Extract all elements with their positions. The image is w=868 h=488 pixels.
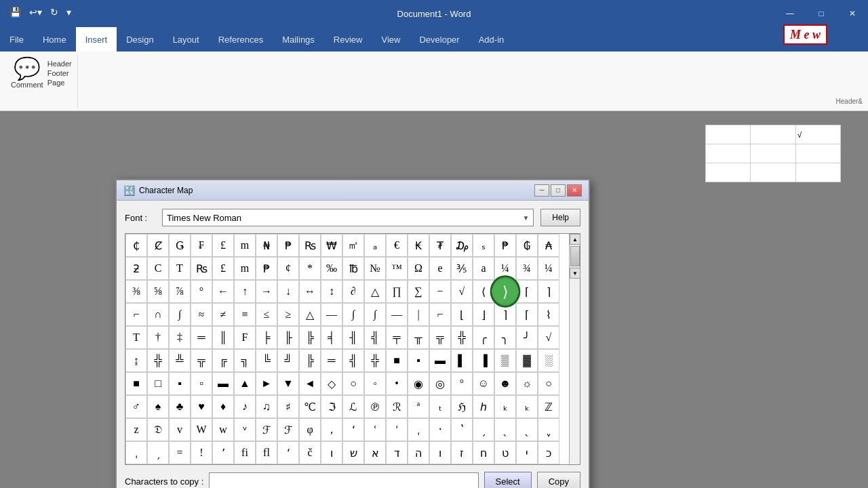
char-cell[interactable]: ⅝ [147,280,169,303]
scrollbar-thumb[interactable] [570,246,580,266]
char-cell[interactable]: ♥ [191,395,212,418]
char-cell[interactable]: □ [147,372,169,395]
char-cell[interactable]: ♣ [169,395,191,418]
char-cell[interactable]: ☺ [473,372,494,395]
dialog-minimize-btn[interactable]: ─ [534,184,549,197]
dialog-maximize-btn[interactable]: □ [551,184,566,197]
char-cell[interactable]: F [234,326,256,349]
mew-button[interactable]: M e w [783,24,827,45]
char-cell[interactable]: ₮ [429,234,451,257]
char-cell[interactable]: ° [451,372,473,395]
char-cell[interactable]: ○ [342,372,364,395]
char-cell[interactable]: ║ [212,326,234,349]
char-cell[interactable]: ■ [125,372,147,395]
char-cell[interactable]: ← [212,280,234,303]
char-cell[interactable]: ⟩ [490,275,521,308]
char-cell[interactable]: ▌ [451,349,473,372]
char-cell[interactable]: ₩ [321,234,342,257]
char-cell[interactable]: ₱ [277,234,299,257]
char-cell[interactable]: ∫ [364,303,386,326]
char-cell[interactable]: ℱ [256,418,277,441]
char-cell[interactable]: ʻ [342,418,364,441]
char-cell[interactable]: ¼ [538,257,559,280]
char-cell[interactable]: ♠ [147,395,169,418]
char-cell[interactable]: ↨ [125,349,147,372]
char-cell[interactable]: ╬ [147,349,169,372]
char-cell[interactable]: ♯ [277,395,299,418]
char-cell[interactable]: ↓ [277,280,299,303]
char-cell[interactable]: ╯ [516,326,538,349]
char-cell[interactable]: ₳ [538,234,559,257]
char-cell[interactable]: ▲ [234,372,256,395]
char-cell[interactable]: ▫ [191,372,212,395]
char-cell[interactable]: ☻ [494,372,516,395]
char-cell[interactable]: ╝ [277,349,299,372]
char-cell[interactable]: ▓ [516,349,538,372]
char-cell[interactable]: ╦ [429,326,451,349]
ribbon-item-footer[interactable]: Footer [47,69,72,77]
redo-btn[interactable]: ↻ [47,5,61,19]
char-cell[interactable]: ˬ [538,418,559,441]
char-cell[interactable]: ₦ [256,234,277,257]
char-cell[interactable]: ˎ [516,418,538,441]
char-cell[interactable]: ♪ [234,395,256,418]
char-cell[interactable]: ■ [386,349,408,372]
undo-btn[interactable]: ↩▾ [26,5,45,19]
char-cell[interactable]: £ [212,234,234,257]
char-cell[interactable]: ⌊ [451,303,473,326]
char-cell[interactable]: √ [451,280,473,303]
char-cell[interactable]: ₛ [473,234,494,257]
char-cell[interactable]: ˏ [147,441,169,464]
char-cell[interactable]: ☼ [516,372,538,395]
char-cell[interactable]: ░ [538,349,559,372]
char-cell[interactable]: △ [299,303,321,326]
char-cell[interactable]: č [299,441,321,464]
char-cell[interactable]: T [125,326,147,349]
char-cell[interactable]: ∏ [386,280,408,303]
char-cell[interactable]: ▪ [169,372,191,395]
char-cell[interactable]: ㎡ [342,234,364,257]
char-cell[interactable]: a [473,257,494,280]
scroll-down-btn[interactable]: ▼ [570,268,580,279]
char-cell[interactable]: ≡ [234,303,256,326]
char-cell[interactable]: − [429,280,451,303]
char-cell[interactable]: Ω [408,257,429,280]
char-cell[interactable]: m [234,257,256,280]
char-cell[interactable]: T [169,257,191,280]
char-cell[interactable]: ⌐ [125,303,147,326]
char-cell[interactable]: ╚ [256,349,277,372]
char-cell[interactable]: ↔ [299,280,321,303]
char-cell[interactable]: ≠ [212,303,234,326]
char-cell[interactable]: ⌐ [429,303,451,326]
char-cell[interactable]: ‚ [321,418,342,441]
char-cell[interactable]: ╔ [212,349,234,372]
char-cell[interactable]: √ [538,326,559,349]
char-cell[interactable]: ◦ [364,372,386,395]
char-cell[interactable]: ╩ [169,349,191,372]
tab-mailings[interactable]: Mailings [273,27,324,52]
char-cell[interactable]: ª [408,395,429,418]
char-cell[interactable]: ∫ [169,303,191,326]
char-cell[interactable]: ═ [321,349,342,372]
char-cell[interactable]: ╬ [364,349,386,372]
char-cell[interactable]: ₜ [429,395,451,418]
char-cell[interactable]: ╗ [234,349,256,372]
char-cell[interactable]: ˌ [408,418,429,441]
char-cell[interactable]: | [408,303,429,326]
char-cell[interactable]: ▼ [277,372,299,395]
char-cell[interactable]: ‡ [169,326,191,349]
char-cell[interactable]: ¢ [277,257,299,280]
char-cell[interactable]: ƻ [125,257,147,280]
char-cell[interactable]: ℑ [321,395,342,418]
customize-btn[interactable]: ▾ [64,5,74,19]
char-cell[interactable]: ₱ [494,234,516,257]
tab-review[interactable]: Review [324,27,372,52]
char-cell[interactable]: ! [191,441,212,464]
char-cell[interactable]: ז [451,441,473,464]
char-cell[interactable]: m [234,234,256,257]
font-selector[interactable]: Times New Roman ▼ [162,209,534,226]
char-cell[interactable]: † [147,326,169,349]
char-cell[interactable]: ∑ [408,280,429,303]
tab-design[interactable]: Design [117,27,163,52]
char-cell[interactable]: ∂ [342,280,364,303]
